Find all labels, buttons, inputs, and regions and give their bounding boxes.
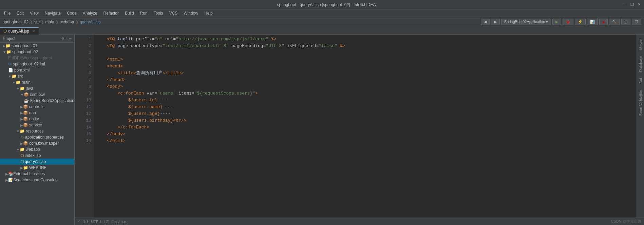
code-line-14: </c:forEach> [96,124,634,131]
status-cursor: 1:1 [83,220,88,224]
code-line-1: <%@ taglib prefix="c" uri="http://java.s… [96,36,634,43]
right-tab-ant[interactable]: Ant [638,75,643,86]
file-xml-icon: 📄 [8,68,13,73]
sidebar-label: SpringBoot02Application [30,98,74,103]
status-indent[interactable]: 4 spaces [111,220,126,224]
sidebar-collapse-icon[interactable]: ≡ [65,36,68,41]
restore-button2[interactable]: ❐ [632,19,641,25]
sidebar-label: application.properties [25,135,64,140]
tab-queryall-jsp[interactable]: ⬡ queryAll.jsp ✕ [0,27,39,35]
sidebar-item-entity[interactable]: ▶ 📦 entity [0,116,74,122]
folder-webinf-icon: 📁 [23,165,28,170]
sidebar-settings-icon[interactable]: ⚙ [61,36,64,41]
code-line-2: <%@ page contentType="text/html;charset=… [96,43,634,49]
coverage-button[interactable]: ⚡ [575,19,586,25]
code-container: 1 2 3 4 5 6 7 8 9 10 11 12 13 14 15 16 [75,35,644,218]
menu-vcs[interactable]: VCS [167,10,181,16]
right-panel: Maven Database Ant Bean Validation [637,35,644,218]
sidebar-item-src[interactable]: ▼ 📁 src [0,73,74,79]
menu-refactor[interactable]: Refactor [101,10,121,16]
menu-build[interactable]: Build [122,10,137,16]
sidebar-item-dao[interactable]: ▶ 📦 dao [0,110,74,116]
code-line-12: ${users.age}---- [96,110,634,117]
sidebar-item-springboot-01[interactable]: ▶ 📁 springboot_01 [0,43,74,49]
forward-button[interactable]: ▶ [491,19,500,25]
status-line-separator[interactable]: LF [104,220,109,224]
code-editor[interactable]: <%@ taglib prefix="c" uri="http://java.s… [94,35,637,218]
menu-run[interactable]: Run [137,10,150,16]
sidebar-item-mapper[interactable]: ▶ 📦 com.txw.mapper [0,140,74,146]
debug-button[interactable]: 🐞 [563,19,573,25]
sidebar-item-external-libraries[interactable]: ▶ 📚 External Libraries [0,171,74,177]
folder-controller-icon: 📦 [23,104,28,109]
sidebar-item-service[interactable]: ▶ 📦 service [0,122,74,128]
right-tab-bean-validation[interactable]: Bean Validation [638,87,643,118]
sidebar-item-controller[interactable]: ▶ 📦 controller [0,104,74,110]
sidebar-label: com.txw [30,92,45,97]
menu-navigate[interactable]: Navigate [42,10,63,16]
menu-view[interactable]: View [27,10,41,16]
sidebar-item-queryall-jsp[interactable]: ⬡ queryAll.jsp [0,159,74,165]
right-tab-maven[interactable]: Maven [638,36,643,53]
line-num-5: 5 [77,63,91,70]
file-jsp-icon: ⬡ [20,153,24,158]
folder-entity-icon: 📦 [23,117,28,121]
sidebar-item-java[interactable]: ▼ 📁 java [0,85,74,91]
line-num-8: 8 [77,83,91,90]
menu-code[interactable]: Code [64,10,79,16]
line-num-13: 13 [77,117,91,124]
sidebar-item-app-class[interactable]: ☕ SpringBoot02Application [0,98,74,104]
tab-close-icon[interactable]: ✕ [32,29,35,34]
line-num-9: 9 [77,90,91,97]
menu-tools[interactable]: Tools [151,10,166,16]
status-bar: ✓ 1:1 UTF-8 LF 4 spaces CSDN @学无止路 [75,218,644,225]
restore-button[interactable]: ❐ [630,2,634,7]
sidebar-item-com-txw[interactable]: ▼ 📦 com.txw [0,91,74,98]
sidebar-item-index-jsp[interactable]: ⬡ index.jsp [0,152,74,159]
profile-button[interactable]: 📊 [587,19,598,25]
sidebar-item-scratches[interactable]: ▶ 📝 Scratches and Consoles [0,177,74,183]
menu-bar: File Edit View Navigate Code Analyze Ref… [0,9,644,17]
restore-layout-button[interactable]: ⊞ [621,19,630,25]
status-encoding[interactable]: UTF-8 [91,220,101,224]
sidebar-item-iml[interactable]: ⚙ springboot_02.iml [0,61,74,67]
path-label: F:\IDEAWork\springboot [8,56,52,60]
watermark: CSDN @学无止路 [611,219,641,224]
folder-mapper-icon: 📦 [23,141,28,146]
sidebar-item-pom[interactable]: 📄 pom.xml [0,67,74,73]
menu-file[interactable]: File [1,10,13,16]
code-line-6: <title>查询所有用户</title> [96,70,634,77]
scratches-icon: 📝 [8,178,13,182]
folder-src-icon: 📁 [12,74,17,79]
sidebar-title: Project [3,36,60,41]
sidebar-item-main[interactable]: ▼ 📁 main [0,79,74,85]
right-tab-database[interactable]: Database [638,53,643,75]
close-button[interactable]: ✕ [637,2,641,7]
minimize-button[interactable]: ─ [623,2,628,7]
build-button[interactable]: 🔨 [609,19,620,25]
sidebar-gear-icon[interactable]: ⋯ [69,36,72,41]
properties-icon: ⚙ [20,135,24,140]
tab-label: queryAll.jsp [8,29,29,34]
sidebar-item-resources[interactable]: ▼ 📁 resources [0,128,74,134]
sidebar-item-webapp[interactable]: ▼ 📁 webapp [0,146,74,152]
back-button[interactable]: ◀ [481,19,490,25]
stop-button[interactable]: ■ [599,19,608,25]
code-line-5: <head> [96,63,634,70]
menu-edit[interactable]: Edit [14,10,26,16]
line-num-12: 12 [77,110,91,117]
sidebar-item-springboot-02[interactable]: ▼ 📁 springboot_02 [0,49,74,55]
sidebar-label: controller [29,104,46,109]
run-button[interactable]: ▶ [552,19,561,25]
menu-window[interactable]: Window [181,10,201,16]
run-config-selector[interactable]: SpringBoot02Application ▾ [501,19,551,25]
folder-java-icon: 📁 [20,86,25,91]
sidebar-item-webinf[interactable]: ▶ 📁 WEB-INF [0,165,74,171]
menu-help[interactable]: Help [202,10,215,16]
menu-analyze[interactable]: Analyze [80,10,100,16]
main-layout: Project ⚙ ≡ ⋯ ▶ 📁 springboot_01 ▼ 📁 spri… [0,35,644,225]
file-jsp-selected-icon: ⬡ [20,159,24,164]
line-num-7: 7 [77,77,91,83]
sidebar-header: Project ⚙ ≡ ⋯ [0,35,74,43]
sidebar-item-app-properties[interactable]: ⚙ application.properties [0,134,74,140]
